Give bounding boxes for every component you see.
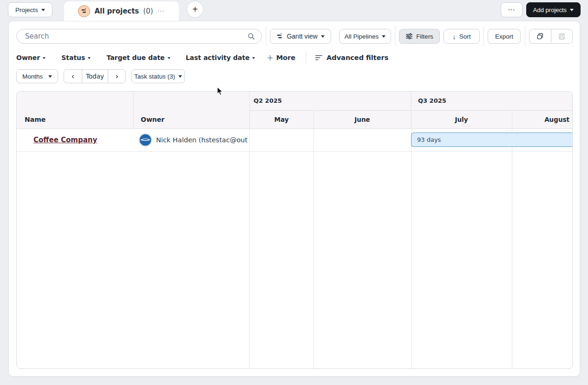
more-options-button[interactable]: ⋯ <box>501 2 523 17</box>
gantt-view-icon <box>276 33 283 40</box>
gantt-view-icon <box>78 5 90 17</box>
quick-filter-last-activity-date[interactable]: Last activity date <box>186 54 255 61</box>
month-gridline <box>512 110 512 369</box>
timeline-zoom-select[interactable]: Months <box>16 69 58 83</box>
task-status-label: Task status (3) <box>134 73 175 80</box>
timeline-nav-group: ‹ Today › <box>64 69 126 83</box>
advanced-filters-button[interactable]: Advanced filters <box>315 54 388 61</box>
sort-label: Sort <box>459 33 471 40</box>
month-header-may: May <box>249 110 314 129</box>
add-view-button[interactable]: + <box>187 1 203 18</box>
filter-lines-icon <box>315 55 322 60</box>
arrow-down-icon: ↓ <box>452 33 456 40</box>
pipelines-filter-button[interactable]: All Pipelines <box>339 29 391 44</box>
quick-filters-row: Owner Status Target due date Last activi… <box>16 51 388 64</box>
tab-label: All projects <box>94 7 139 15</box>
filters-label: Filters <box>416 33 433 40</box>
sort-button[interactable]: ↓ Sort <box>444 29 480 44</box>
chevron-down-icon <box>168 57 170 59</box>
divider <box>306 52 306 64</box>
export-button[interactable]: Export <box>488 29 521 44</box>
tab-all-projects[interactable]: All projects (0) ⋯ <box>64 1 179 21</box>
chevron-down-icon <box>570 9 574 11</box>
month-gridline <box>314 110 314 369</box>
month-header-july: July <box>411 110 512 129</box>
quarter-divider <box>411 92 412 110</box>
tab-options-icon[interactable]: ⋯ <box>157 7 165 15</box>
chevron-down-icon <box>321 35 325 38</box>
target-due-date-filter-label: Target due date <box>106 54 164 61</box>
sliders-icon <box>405 33 413 40</box>
owner-column-header: Owner <box>141 112 164 127</box>
advanced-filters-label: Advanced filters <box>327 54 388 61</box>
today-button[interactable]: Today <box>82 70 109 83</box>
quarter-header-q2: Q2 2025 <box>254 92 282 110</box>
projects-gantt-page: { "topbar": { "projects_label": "Project… <box>0 0 588 385</box>
gantt-chart: Name Owner Q2 2025 Q3 2025 May June July… <box>16 91 573 369</box>
column-divider <box>133 92 134 129</box>
month-header-august: August <box>512 110 569 129</box>
chevron-down-icon <box>252 57 255 59</box>
project-owner-cell: Nick Halden (hstestac@outl... <box>139 129 248 151</box>
next-period-button[interactable]: › <box>108 70 125 83</box>
owner-filter-label: Owner <box>16 54 40 61</box>
search-icon <box>248 33 255 42</box>
add-projects-label: Add projects <box>533 7 567 13</box>
divider <box>395 26 395 46</box>
gantt-bar-label: 93 days <box>412 136 441 143</box>
status-filter-label: Status <box>61 54 85 61</box>
timeline-zoom-label: Months <box>22 73 43 80</box>
save-icon <box>558 33 565 40</box>
chevron-right-icon: › <box>115 72 118 81</box>
projects-menu-label: Projects <box>15 7 38 13</box>
chevron-down-icon <box>382 35 385 38</box>
quick-filter-target-due-date[interactable]: Target due date <box>106 54 170 61</box>
previous-period-button[interactable]: ‹ <box>64 70 82 83</box>
more-filters-label: More <box>276 54 295 61</box>
project-link-coffee-company[interactable]: Coffee Company <box>33 129 97 151</box>
view-actions-group <box>529 29 573 44</box>
view-selector-button[interactable]: Gantt view <box>270 29 331 44</box>
quick-filter-status[interactable]: Status <box>61 54 91 61</box>
quick-filter-owner[interactable]: Owner <box>16 54 46 61</box>
chevron-down-icon <box>43 57 46 59</box>
plus-icon: + <box>192 4 198 15</box>
owner-avatar <box>139 133 152 146</box>
chevron-down-icon <box>178 75 182 78</box>
last-activity-date-filter-label: Last activity date <box>186 54 250 61</box>
view-selector-label: Gantt view <box>287 33 317 40</box>
add-projects-button[interactable]: Add projects <box>526 2 581 17</box>
export-label: Export <box>495 33 513 40</box>
save-view-button[interactable] <box>551 29 573 43</box>
divider <box>483 26 484 46</box>
month-gridline <box>411 110 412 369</box>
chevron-down-icon <box>41 9 45 11</box>
task-status-filter-button[interactable]: Task status (3) <box>131 69 185 83</box>
chevron-down-icon <box>88 57 91 59</box>
name-column-header: Name <box>25 112 46 127</box>
divider <box>266 26 266 46</box>
quarter-header-q3: Q3 2025 <box>418 92 446 110</box>
column-divider <box>249 92 250 369</box>
divider <box>525 26 525 46</box>
row-divider <box>17 151 573 152</box>
copy-icon <box>536 33 544 40</box>
projects-menu-button[interactable]: Projects <box>8 2 52 17</box>
owner-name: Nick Halden (hstestac@outl... <box>156 136 248 144</box>
chevron-down-icon <box>48 75 52 78</box>
plus-icon: + <box>267 53 273 62</box>
projects-panel: Gantt view All Pipelines Filters ↓ Sort … <box>8 21 580 377</box>
gantt-bar-coffee-company[interactable]: 93 days <box>411 133 573 147</box>
search-input[interactable] <box>16 29 262 44</box>
tab-count: (0) <box>143 7 153 15</box>
today-label: Today <box>86 73 104 80</box>
month-header-june: June <box>314 110 411 129</box>
more-filters-button[interactable]: + More <box>267 53 295 62</box>
ellipsis-icon: ⋯ <box>508 6 516 14</box>
pipelines-label: All Pipelines <box>345 33 379 40</box>
clone-view-button[interactable] <box>529 29 551 43</box>
filters-button[interactable]: Filters <box>399 29 440 44</box>
chevron-left-icon: ‹ <box>71 72 74 81</box>
